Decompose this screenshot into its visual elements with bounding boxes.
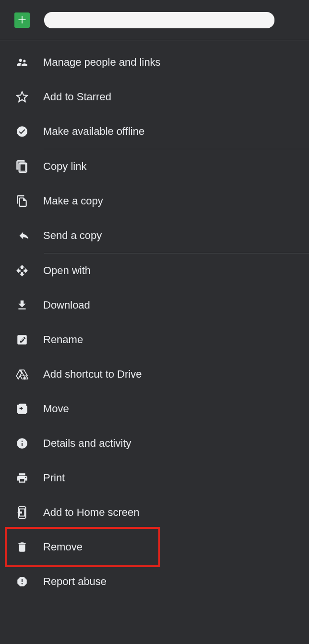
menu-label: Download bbox=[43, 299, 90, 311]
menu-label: Open with bbox=[43, 264, 91, 277]
menu-label: Report abuse bbox=[43, 575, 107, 588]
menu-label: Make a copy bbox=[43, 195, 103, 207]
menu-item-download[interactable]: Download bbox=[0, 288, 309, 322]
drive-shortcut-icon bbox=[15, 368, 29, 381]
menu-item-print[interactable]: Print bbox=[0, 461, 309, 495]
rename-icon bbox=[15, 333, 29, 346]
menu-item-report-abuse[interactable]: Report abuse bbox=[0, 564, 309, 599]
trash-icon bbox=[15, 540, 29, 554]
menu-label: Move bbox=[43, 403, 69, 415]
file-title-redacted bbox=[44, 12, 274, 28]
menu-item-manage-people[interactable]: Manage people and links bbox=[0, 45, 309, 80]
menu-item-move[interactable]: Move bbox=[0, 392, 309, 426]
menu-item-offline[interactable]: Make available offline bbox=[0, 114, 309, 149]
download-icon bbox=[15, 298, 29, 312]
menu-label: Copy link bbox=[43, 160, 86, 173]
send-icon bbox=[15, 229, 29, 242]
people-icon bbox=[15, 56, 29, 69]
open-with-icon bbox=[15, 264, 29, 277]
menu-label: Rename bbox=[43, 334, 83, 346]
menu-item-shortcut[interactable]: Add shortcut to Drive bbox=[0, 357, 309, 392]
svg-rect-1 bbox=[22, 16, 23, 23]
menu-item-copy-link[interactable]: Copy link bbox=[0, 149, 309, 184]
copy-link-icon bbox=[15, 160, 29, 173]
menu-label: Add shortcut to Drive bbox=[43, 368, 142, 381]
menu-item-rename[interactable]: Rename bbox=[0, 322, 309, 357]
menu-item-home-screen[interactable]: Add to Home screen bbox=[0, 495, 309, 530]
sheets-file-icon bbox=[14, 12, 30, 28]
menu-item-details[interactable]: Details and activity bbox=[0, 426, 309, 461]
info-icon bbox=[15, 437, 29, 450]
menu-item-make-copy[interactable]: Make a copy bbox=[0, 184, 309, 218]
menu-label: Make available offline bbox=[43, 125, 144, 138]
add-home-icon bbox=[15, 506, 29, 519]
menu-label: Manage people and links bbox=[43, 56, 161, 69]
menu-item-open-with[interactable]: Open with bbox=[0, 253, 309, 288]
menu-label: Add to Home screen bbox=[43, 506, 140, 519]
file-header bbox=[0, 0, 309, 40]
context-menu: Manage people and links Add to Starred M… bbox=[0, 40, 309, 599]
menu-label: Remove bbox=[43, 541, 83, 553]
menu-label: Add to Starred bbox=[43, 91, 111, 103]
file-copy-icon bbox=[15, 194, 29, 208]
svg-point-2 bbox=[17, 126, 27, 137]
menu-label: Send a copy bbox=[43, 229, 102, 242]
offline-icon bbox=[15, 125, 29, 138]
report-icon bbox=[15, 575, 29, 588]
svg-rect-3 bbox=[17, 335, 27, 345]
menu-item-remove[interactable]: Remove bbox=[0, 530, 309, 564]
menu-label: Details and activity bbox=[43, 437, 131, 450]
menu-item-add-starred[interactable]: Add to Starred bbox=[0, 80, 309, 114]
menu-label: Print bbox=[43, 472, 65, 484]
star-icon bbox=[15, 90, 29, 104]
menu-item-send-copy[interactable]: Send a copy bbox=[0, 218, 309, 253]
print-icon bbox=[15, 471, 29, 485]
folder-move-icon bbox=[15, 402, 29, 416]
